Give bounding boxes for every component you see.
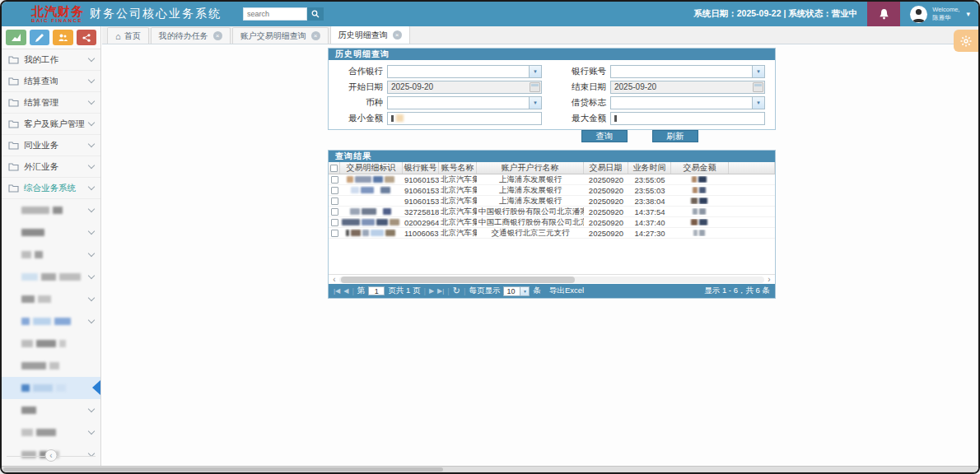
calendar-icon[interactable]	[530, 82, 540, 92]
scroll-right-icon[interactable]: ›	[765, 276, 773, 284]
max-amount-input[interactable]	[610, 112, 765, 125]
chevron-down-icon	[88, 162, 95, 169]
sidebar-item-4[interactable]: 同业业务	[2, 135, 100, 156]
sidebar-subitem-redacted[interactable]	[2, 310, 100, 332]
tab-home[interactable]: ⌂ 首页	[107, 27, 149, 44]
calendar-icon[interactable]	[753, 82, 763, 92]
window-horizontal-scrollbar[interactable]	[2, 466, 978, 472]
table-row[interactable]: 32725818...北京汽车集...中国银行股份有限公司北京潘家园支行2025…	[329, 207, 775, 217]
next-page-button[interactable]: ▶	[429, 287, 434, 295]
partner-bank-select[interactable]: ▼	[387, 65, 542, 78]
redacted-value	[385, 176, 394, 183]
row-checkbox[interactable]	[331, 230, 338, 237]
tab-my-tasks[interactable]: 我的待办任务 ×	[151, 27, 231, 44]
user-menu[interactable]: Welcome, 陈雁华 ▾	[900, 6, 978, 23]
tab-history-detail-query[interactable]: 历史明细查询 ×	[330, 26, 410, 44]
redacted-label	[59, 273, 81, 281]
row-checkbox[interactable]	[331, 219, 338, 226]
sidebar-subitem-redacted[interactable]	[2, 244, 100, 266]
table-row[interactable]: 02002964...北京汽车集...中国工商银行股份有限公司北京科技...20…	[329, 217, 775, 228]
sidebar-item-3[interactable]: 客户及账户管理	[2, 114, 100, 135]
search-button[interactable]	[307, 7, 324, 21]
table-row[interactable]: 11006063...北京汽车集...交通银行北京三元支行2025092014:…	[329, 228, 775, 239]
sidebar-subitem-redacted[interactable]	[2, 399, 100, 421]
select-all-checkbox[interactable]	[330, 165, 338, 172]
redacted-label	[56, 384, 66, 392]
bank-account-select[interactable]: ▼	[610, 65, 765, 78]
sidebar-item-6[interactable]: 综合业务系统	[2, 178, 100, 199]
sidebar-subitem-redacted[interactable]	[2, 355, 100, 377]
scrollbar-thumb[interactable]	[341, 276, 575, 283]
transaction-amount-cell	[671, 198, 729, 204]
folder-icon	[8, 119, 19, 128]
close-icon[interactable]: ×	[393, 30, 402, 40]
per-page-select[interactable]: 10 ▼	[503, 286, 530, 296]
first-page-button[interactable]: |◀	[334, 287, 340, 295]
row-checkbox[interactable]	[331, 208, 338, 216]
gear-icon	[960, 35, 972, 47]
sidebar-subitem-redacted[interactable]	[2, 199, 100, 221]
collapse-sidebar-button[interactable]: ‹	[45, 449, 58, 462]
refresh-icon[interactable]: ↻	[453, 286, 460, 296]
sidebar-item-label: 综合业务系统	[24, 183, 89, 194]
sidebar-subitem-redacted[interactable]	[2, 377, 100, 399]
min-amount-input[interactable]	[387, 112, 542, 125]
end-date-input[interactable]: 2025-09-20	[610, 81, 765, 94]
row-checkbox[interactable]	[331, 187, 338, 194]
sidebar-subitem-redacted[interactable]	[2, 221, 100, 244]
start-date-input[interactable]: 2025-09-20	[387, 81, 542, 94]
scroll-left-icon[interactable]: ‹	[330, 276, 338, 284]
query-button[interactable]: 查询	[581, 130, 628, 142]
row-checkbox[interactable]	[331, 198, 338, 205]
redacted-value	[691, 198, 698, 204]
tab-label: 账户交易明细查询	[240, 30, 306, 42]
select-arrow-icon[interactable]: ▼	[752, 66, 764, 77]
users-app-button[interactable]	[53, 30, 73, 45]
export-excel-button[interactable]: 导出Excel	[549, 286, 584, 296]
chart-app-button[interactable]	[6, 30, 26, 45]
table-horizontal-scrollbar: ‹ ›	[329, 274, 775, 284]
sidebar-subitem-redacted[interactable]	[2, 421, 100, 444]
redacted-value	[693, 230, 698, 236]
date-value: 2025-09-20	[391, 82, 433, 91]
transaction-date-cell: 20250920	[584, 218, 628, 227]
query-panel-title: 历史明细查询	[329, 49, 775, 60]
chevron-down-icon	[88, 428, 95, 434]
window-scrollbar-thumb[interactable]	[3, 467, 443, 472]
notifications-button[interactable]	[867, 2, 900, 26]
close-icon[interactable]: ×	[213, 31, 222, 40]
folder-icon	[8, 184, 19, 193]
select-arrow-icon[interactable]: ▼	[752, 97, 764, 109]
sidebar-item-label: 外汇业务	[24, 161, 89, 173]
transaction-amount-cell	[671, 230, 729, 236]
prev-page-button[interactable]: ◀	[343, 287, 348, 295]
tab-account-transaction-query[interactable]: 账户交易明细查询 ×	[232, 27, 329, 44]
page-suffix: 页共 1 页	[388, 286, 420, 296]
app-title: 财务公司核心业务系统	[90, 7, 222, 21]
sidebar-item-5[interactable]: 外汇业务	[2, 156, 100, 178]
page-number-input[interactable]	[368, 286, 385, 295]
last-page-button[interactable]: ▶|	[437, 287, 444, 295]
sidebar-item-1[interactable]: 结算查询	[2, 71, 100, 92]
table-row[interactable]: 91060153...北京汽车集...上海浦东发展银行2025092023:55…	[329, 185, 775, 196]
table-row[interactable]: 91060153...北京汽车集...上海浦东发展银行2025092023:55…	[329, 174, 775, 185]
refresh-button[interactable]: 刷新	[652, 130, 698, 142]
account-name-cell: 北京汽车集...	[439, 196, 477, 207]
search-input[interactable]	[243, 7, 307, 21]
close-icon[interactable]: ×	[311, 31, 320, 40]
scrollbar-track[interactable]	[339, 276, 764, 283]
table-row[interactable]: 91060153...北京汽车集...上海浦东发展银行2025092023:38…	[329, 196, 775, 207]
select-arrow-icon[interactable]: ▼	[529, 97, 541, 109]
row-checkbox[interactable]	[331, 176, 338, 184]
sidebar-item-0[interactable]: 我的工作	[2, 49, 100, 71]
select-arrow-icon[interactable]: ▼	[529, 66, 541, 77]
sidebar-item-2[interactable]: 结算管理	[2, 92, 100, 114]
sidebar-subitem-redacted[interactable]	[2, 266, 100, 288]
sidebar-subitem-redacted[interactable]	[2, 332, 100, 355]
edit-app-button[interactable]	[30, 30, 50, 45]
currency-select[interactable]: ▼	[387, 96, 542, 109]
sidebar-subitem-redacted[interactable]	[2, 288, 100, 310]
debit-credit-flag-select[interactable]: ▼	[610, 96, 765, 109]
share-app-button[interactable]	[77, 30, 97, 45]
settings-button[interactable]	[954, 30, 978, 52]
